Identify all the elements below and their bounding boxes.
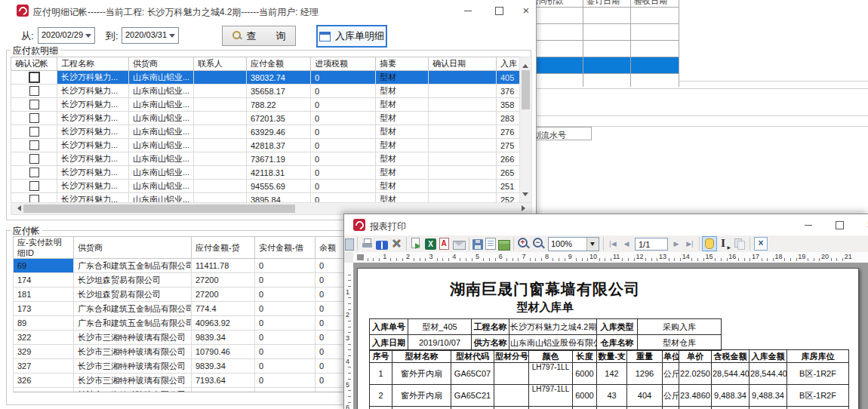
ruler-tick — [425, 258, 426, 261]
info-value: 采购入库 — [638, 319, 722, 335]
column-header[interactable]: 入库 — [497, 57, 520, 71]
last-page-icon[interactable] — [684, 237, 696, 251]
scroll-up-icon[interactable] — [522, 61, 528, 68]
prev-page-icon[interactable] — [620, 237, 633, 251]
column-header: 单位 — [663, 350, 679, 363]
table-row[interactable]: 长沙万科魅力...山东南山铝业...788.220型材358 — [11, 98, 520, 112]
table-row[interactable]: 长沙万科魅力...山东南山铝业...35658.170型材376 — [11, 85, 520, 98]
copy-icon[interactable] — [733, 237, 746, 251]
row-checkbox[interactable] — [29, 181, 39, 191]
from-date-picker[interactable]: 2020/02/29 — [38, 27, 95, 44]
column-header[interactable]: 联系人 — [194, 57, 247, 71]
app-icon — [17, 5, 29, 17]
row-checkbox[interactable] — [29, 168, 39, 177]
column-header[interactable]: 供货商 — [74, 237, 192, 259]
column-header[interactable]: 供货商 — [129, 57, 194, 71]
page-indicator-input[interactable]: 1/1 — [635, 238, 668, 251]
table-row[interactable]: 174长沙坦森贸易有限公司2720000 — [14, 273, 376, 288]
close-button[interactable]: × — [859, 214, 868, 235]
column-header[interactable]: 确认日期 — [429, 57, 497, 71]
table-row[interactable]: 长沙万科魅力...山东南山铝业...73671.190型材266 — [11, 152, 520, 166]
column-header[interactable]: 应付金额 — [247, 57, 311, 71]
vertical-scrollbar[interactable] — [519, 57, 532, 204]
titlebar[interactable]: 报表打印 × — [344, 214, 868, 235]
minimize-button[interactable] — [457, 0, 479, 21]
table-row[interactable]: 长沙万科魅力...山东南山铝业...38032.740型材405 — [11, 71, 520, 85]
maximize-button[interactable] — [828, 214, 851, 235]
table-row[interactable]: 长沙万科魅力...山东南山铝业...67201.350型材283 — [11, 112, 520, 125]
close-button[interactable]: × — [515, 0, 537, 21]
scrollbar-thumb[interactable] — [522, 70, 530, 109]
row-checkbox[interactable] — [29, 140, 39, 150]
table-row[interactable]: 181长沙坦森贸易有限公司2720000 — [14, 288, 376, 302]
minimize-button[interactable] — [797, 214, 820, 235]
table-row[interactable]: 329长沙市三湘特种玻璃有限公司10790.4600 — [14, 345, 376, 359]
zoom-out-icon[interactable] — [532, 237, 546, 251]
detail-id-cell: 173 — [14, 302, 74, 316]
excel-icon[interactable] — [425, 238, 436, 250]
chevron-down-icon[interactable] — [85, 34, 91, 41]
maximize-button[interactable] — [488, 0, 510, 21]
preview-canvas[interactable]: 湖南巨晟门窗幕墙有限公司 型材入库单 入库单号型材_405工程名称长沙万科魅力之… — [353, 263, 868, 409]
pdf-icon[interactable] — [438, 237, 451, 251]
table-row[interactable]: 长沙市三湘特种玻璃有限公司 — [14, 388, 376, 393]
column-header[interactable]: 应-实付款明细ID — [14, 237, 74, 259]
scroll-down-icon[interactable] — [522, 192, 528, 199]
contract-table: 合同价款签订日期验收日期 — [527, 0, 679, 87]
table-row[interactable]: 322长沙市三湘特种玻璃有限公司9839.3400 — [14, 331, 376, 345]
row-checkbox[interactable] — [29, 113, 39, 123]
empty-row — [528, 41, 679, 57]
next-page-icon[interactable] — [670, 237, 682, 251]
row-checkbox[interactable] — [29, 154, 39, 164]
column-header[interactable]: 摘要 — [376, 57, 429, 71]
table-row[interactable]: 326长沙市三湘特种玻璃有限公司7193.6400 — [14, 374, 376, 388]
row-checkbox[interactable] — [29, 195, 39, 202]
first-page-icon[interactable] — [607, 237, 619, 251]
document-icon[interactable] — [485, 238, 496, 250]
scroll-left-icon[interactable] — [14, 205, 21, 211]
scroll-right-icon[interactable] — [522, 205, 528, 211]
row-checkbox[interactable] — [29, 100, 39, 109]
query-button[interactable]: 查 询 — [222, 26, 296, 46]
print-icon[interactable] — [361, 237, 374, 251]
dropdown-arrow-icon[interactable] — [586, 238, 599, 251]
titlebar[interactable]: 应付明细记帐------当前工程: 长沙万科魅力之城4.2期------当前用户… — [0, 0, 536, 21]
text-select-icon[interactable] — [718, 237, 731, 251]
column-header[interactable]: 实付金额-借 — [255, 237, 315, 259]
ruler-tick — [348, 332, 351, 333]
save-icon[interactable] — [472, 239, 483, 250]
scrollbar-thumb[interactable] — [23, 204, 295, 213]
zoom-in-icon[interactable] — [517, 237, 531, 251]
package-icon[interactable] — [498, 240, 510, 251]
table-row[interactable]: 长沙万科魅力...山东南山铝业...63929.460型材276 — [11, 125, 520, 139]
inbound-detail-button[interactable]: 入库单明细 — [316, 25, 387, 48]
hand-tool-icon[interactable] — [703, 237, 716, 251]
row-checkbox[interactable] — [29, 127, 39, 137]
table-row[interactable]: 长沙万科魅力...山东南山铝业...42118.310型材265 — [11, 166, 520, 180]
table-row[interactable]: 长沙万科魅力...山东南山铝业...3895.840型材252 — [11, 193, 520, 203]
table-row[interactable]: 173广东合和建筑五金制品有限公司774.400 — [14, 302, 376, 316]
ruler-tick — [703, 258, 704, 261]
to-date-picker[interactable]: 2020/03/31 — [122, 27, 179, 44]
close-preview-icon[interactable] — [754, 237, 768, 251]
preview-icon[interactable] — [345, 238, 354, 251]
row-checkbox[interactable] — [29, 72, 40, 83]
table-row[interactable]: 长沙万科魅力...山东南山铝业...42818.370型材275 — [11, 139, 520, 152]
table-row[interactable]: 长沙万科魅力...山东南山铝业...94555.690型材251 — [11, 180, 520, 193]
table-row[interactable]: 69广东合和建筑五金制品有限公司11411.7800 — [14, 259, 376, 273]
mail-icon[interactable] — [453, 241, 466, 250]
page-setup-icon[interactable] — [389, 237, 403, 251]
export-icon[interactable] — [410, 237, 423, 251]
column-header[interactable]: 进项税额 — [311, 57, 376, 71]
info-label: 入库类型 — [597, 319, 638, 335]
book-icon[interactable] — [376, 241, 388, 250]
row-checkbox[interactable] — [29, 86, 39, 96]
ruler-tick — [767, 258, 768, 261]
zoom-select[interactable]: 100% — [548, 237, 599, 251]
column-header[interactable]: 工程名称 — [57, 57, 129, 71]
column-header[interactable]: 确认记帐 — [11, 57, 57, 71]
table-row[interactable]: 89广东合和建筑五金制品有限公司40963.9200 — [14, 316, 376, 331]
column-header[interactable]: 应付金额-贷 — [192, 237, 255, 259]
chevron-down-icon[interactable] — [169, 34, 175, 41]
table-row[interactable]: 327长沙市三湘特种玻璃有限公司9839.3400 — [14, 359, 376, 374]
